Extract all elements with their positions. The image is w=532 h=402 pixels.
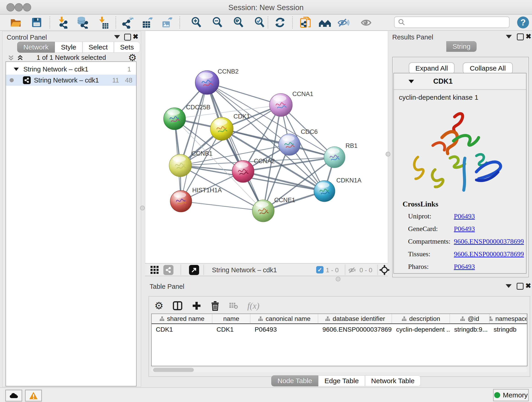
- export-table-button[interactable]: [141, 16, 154, 29]
- network-collection-row[interactable]: String Network – cdk1 1: [6, 64, 136, 75]
- zoom-out-button[interactable]: [211, 16, 224, 29]
- import-table-file-button[interactable]: [96, 16, 109, 29]
- table-cell[interactable]: cyclin-dependent ...: [392, 324, 450, 335]
- table-options-gear-icon[interactable]: ⚙: [154, 300, 163, 312]
- gene-collapse-icon[interactable]: [408, 79, 414, 84]
- tab-select[interactable]: Select: [82, 42, 114, 53]
- show-columns-icon[interactable]: [172, 301, 183, 311]
- column-header-@id[interactable]: @id: [450, 314, 489, 323]
- column-label: name: [223, 315, 239, 322]
- close-panel-icon[interactable]: ✖: [526, 33, 531, 40]
- node-RB1[interactable]: RB1: [324, 142, 358, 168]
- crosslink-label: Tissues:: [408, 250, 454, 258]
- network-view-canvas[interactable]: CCNB2CCNA1CDC25BCDK1CDC6RB1CCNB1CCNA2CDK…: [145, 31, 388, 264]
- cloud-status-button[interactable]: [5, 390, 22, 402]
- column-header-name[interactable]: name: [212, 314, 250, 323]
- collapse-all-button[interactable]: Collapse All: [463, 62, 513, 74]
- zoom-selected-button[interactable]: [253, 16, 266, 29]
- tab-node-table[interactable]: Node Table: [271, 375, 318, 386]
- node-CDKN1A[interactable]: CDKN1A: [314, 177, 361, 202]
- column-header-canonical-name[interactable]: canonical name: [250, 314, 318, 323]
- table-row[interactable]: CDK1CDK1P064939606.ENSP00000378699cyclin…: [152, 324, 527, 335]
- column-header-database-identifier[interactable]: database identifier: [318, 314, 392, 323]
- save-floppy-icon: [31, 17, 43, 28]
- network-overview-icon[interactable]: [163, 265, 173, 275]
- table-cell[interactable]: CDK1: [212, 324, 250, 335]
- center-view-crosshair-icon[interactable]: [379, 265, 390, 275]
- node-attribute-table[interactable]: shared namenamecanonical namedatabase id…: [151, 313, 527, 366]
- expand-all-tree-icon[interactable]: [17, 54, 24, 61]
- hide-unselected-button[interactable]: [337, 16, 350, 29]
- grid-view-icon[interactable]: [150, 265, 159, 274]
- node-CCNB1[interactable]: CCNB1: [169, 150, 213, 177]
- import-network-database-button[interactable]: [76, 16, 89, 29]
- search-input[interactable]: [405, 18, 503, 26]
- table-cell[interactable]: P06493: [250, 324, 318, 335]
- export-network-button[interactable]: [121, 16, 134, 29]
- node-CDC25B[interactable]: CDC25B: [164, 104, 210, 130]
- table-cell[interactable]: 9606.ENSP00000378699: [318, 324, 392, 335]
- open-session-button[interactable]: [9, 16, 22, 29]
- close-panel-icon[interactable]: ✖: [525, 282, 531, 289]
- node-CCNA1[interactable]: CCNA1: [269, 90, 313, 116]
- tab-sets[interactable]: Sets: [114, 42, 140, 53]
- node-label-RB1: RB1: [346, 142, 358, 149]
- tab-network-table[interactable]: Network Table: [365, 375, 421, 386]
- gene-header-row[interactable]: CDK1: [394, 73, 526, 90]
- expand-all-button[interactable]: Expand All: [409, 62, 455, 74]
- crosslink-link[interactable]: 9606.ENSP00000378699: [454, 237, 524, 245]
- tab-string[interactable]: String: [446, 41, 476, 52]
- maximize-panel-icon[interactable]: [124, 34, 131, 41]
- cytoscape-window: Session: New Session: [0, 0, 532, 402]
- tab-style[interactable]: Style: [55, 42, 82, 53]
- zoom-fit-button[interactable]: [232, 16, 245, 29]
- table-cell[interactable]: stringdb:9...: [450, 324, 489, 335]
- edge-CCNB2-HIST1H1A[interactable]: [181, 83, 207, 201]
- duplicate-network-button[interactable]: [299, 16, 312, 29]
- crosslink-link[interactable]: P06493: [454, 263, 475, 270]
- column-header-description[interactable]: description: [392, 314, 450, 323]
- close-panel-icon[interactable]: ✖: [133, 33, 138, 40]
- crosslink-link[interactable]: 9606.ENSP00000378699: [454, 250, 524, 258]
- gene-name: CDK1: [433, 77, 452, 85]
- memory-button[interactable]: Memory: [493, 389, 529, 401]
- float-panel-icon[interactable]: [114, 35, 120, 39]
- left-splitter-handle[interactable]: [140, 206, 145, 211]
- table-cell[interactable]: stringdb: [490, 324, 527, 335]
- column-header-shared-name[interactable]: shared name: [152, 314, 212, 323]
- crosslink-row: Compartments:9606.ENSP00000378699: [408, 235, 526, 248]
- collapse-all-tree-icon[interactable]: [7, 54, 14, 61]
- crosslink-link[interactable]: P06493: [454, 212, 475, 220]
- crosslink-link[interactable]: P06493: [454, 225, 475, 233]
- collection-expand-icon[interactable]: [13, 67, 19, 72]
- table-cell[interactable]: CDK1: [152, 324, 212, 335]
- string-home-button[interactable]: [318, 16, 331, 29]
- detach-view-icon[interactable]: [189, 265, 199, 275]
- save-session-button[interactable]: [30, 16, 43, 29]
- float-panel-icon[interactable]: [506, 35, 512, 38]
- zoom-in-button[interactable]: [190, 16, 203, 29]
- refresh-view-button[interactable]: [273, 16, 286, 29]
- maximize-panel-icon[interactable]: [517, 283, 524, 290]
- string-network-graph[interactable]: CCNB2CCNA1CDC25BCDK1CDC6RB1CCNB1CCNA2CDK…: [145, 31, 387, 263]
- float-panel-icon[interactable]: [506, 284, 512, 288]
- maximize-panel-icon[interactable]: [517, 33, 524, 40]
- selected-checkbox-icon[interactable]: ✓: [316, 266, 323, 274]
- network-row-selected[interactable]: String Network – cdk1 11 48: [6, 75, 136, 86]
- scrollbar-thumb[interactable]: [153, 368, 194, 372]
- show-all-button[interactable]: [360, 16, 373, 29]
- node-HIST1H1A[interactable]: HIST1H1A: [170, 187, 222, 212]
- export-image-button[interactable]: [161, 16, 174, 29]
- tab-edge-table[interactable]: Edge Table: [318, 375, 365, 386]
- help-button[interactable]: ?: [517, 17, 529, 28]
- add-column-icon[interactable]: [192, 301, 201, 311]
- import-network-file-button[interactable]: [56, 16, 69, 29]
- table-horizontal-scrollbar[interactable]: [151, 368, 527, 372]
- edge-CCNE1-HIST1H1A[interactable]: [181, 201, 263, 211]
- tab-network[interactable]: Network: [17, 42, 55, 53]
- node-label-CCNA2: CCNA2: [254, 158, 275, 165]
- delete-column-trash-icon[interactable]: [210, 301, 220, 311]
- toolbar-separator: [345, 264, 345, 275]
- warnings-button[interactable]: [25, 390, 42, 402]
- column-header-namespace[interactable]: namespace: [490, 314, 527, 323]
